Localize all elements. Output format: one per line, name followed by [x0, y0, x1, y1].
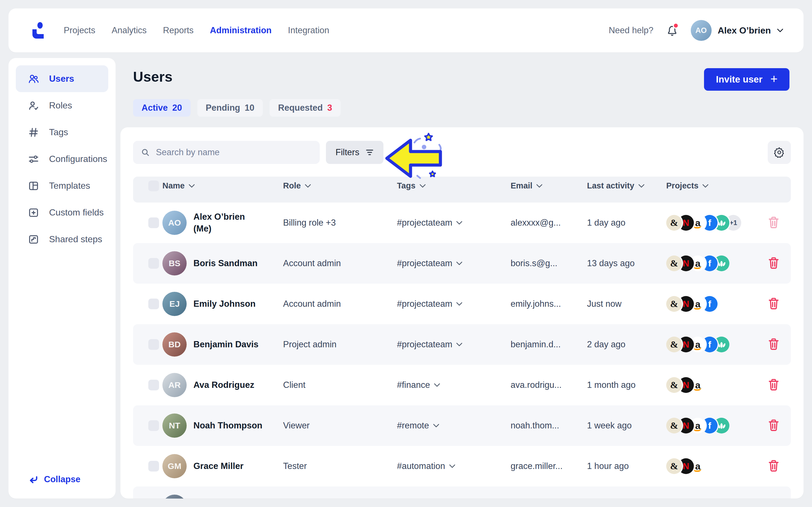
- sidebar-collapse-button[interactable]: Collapse: [28, 474, 80, 485]
- table-body: AO Alex O’brien(Me) Billing role +3 #pro…: [133, 203, 791, 499]
- filters-button[interactable]: Filters: [326, 141, 384, 164]
- ampersand-project-icon: &: [666, 458, 682, 474]
- column-header-role[interactable]: Role: [283, 181, 397, 190]
- tag-dropdown[interactable]: #finance: [397, 380, 511, 390]
- delete-user-button[interactable]: [768, 257, 779, 270]
- project-icons: &Naf: [666, 296, 753, 312]
- chevron-down-icon: [456, 302, 462, 306]
- row-checkbox[interactable]: [148, 461, 159, 471]
- chevron-down-icon: [449, 464, 455, 468]
- user-full-name: Benjamin Davis: [193, 339, 259, 350]
- table-row[interactable]: EJ Emily Johnson Account admin #projecta…: [133, 284, 791, 324]
- column-header-name[interactable]: Name: [162, 181, 283, 190]
- column-label: Projects: [666, 181, 698, 190]
- select-all-checkbox[interactable]: [148, 180, 159, 191]
- nav-analytics[interactable]: Analytics: [112, 25, 147, 36]
- tag-label: #automation: [397, 461, 445, 471]
- avatar: EJ: [162, 292, 187, 316]
- user-menu[interactable]: AO Alex O’brien: [691, 20, 783, 41]
- email-cell: noah.thom...: [511, 420, 587, 431]
- invite-user-button[interactable]: Invite user +: [704, 68, 790, 91]
- column-header-projects[interactable]: Projects: [666, 181, 753, 190]
- name-cell: GM Grace Miller: [162, 454, 283, 478]
- chevron-down-icon: [433, 424, 439, 428]
- row-checkbox[interactable]: [148, 298, 159, 309]
- row-checkbox[interactable]: [148, 420, 159, 431]
- delete-user-button[interactable]: [768, 378, 779, 392]
- user-name: Alex O’brien: [718, 25, 771, 36]
- column-header-last-activity[interactable]: Last activity: [587, 181, 666, 190]
- table-row[interactable]: NT Noah Thompson Viewer #remote noah.tho…: [133, 405, 791, 446]
- table-row[interactable]: BD Benjamin Davis Project admin #project…: [133, 324, 791, 365]
- chevron-down-icon: [456, 262, 462, 265]
- sidebar-item-roles[interactable]: Roles: [16, 92, 108, 119]
- amazon-smile: [694, 306, 702, 309]
- delete-user-button[interactable]: [768, 216, 779, 230]
- amazon-smile: [694, 387, 702, 391]
- tab-active[interactable]: Active 20: [133, 99, 191, 117]
- sidebar-item-custom-fields[interactable]: Custom fields: [16, 199, 108, 226]
- need-help-link[interactable]: Need help?: [609, 25, 654, 36]
- tag-dropdown[interactable]: #projectateam: [397, 258, 511, 269]
- table-settings-button[interactable]: [768, 141, 791, 164]
- tab-pending[interactable]: Pending 10: [197, 99, 263, 117]
- sidebar-item-shared-steps[interactable]: Shared steps: [16, 226, 108, 252]
- sidebar-item-label: Templates: [49, 180, 90, 191]
- user-status-tabs: Active 20 Pending 10 Requested 3: [133, 99, 341, 117]
- nav-administration[interactable]: Administration: [210, 25, 272, 36]
- nav-reports[interactable]: Reports: [163, 25, 194, 36]
- app-logo[interactable]: [29, 21, 47, 40]
- row-checkbox[interactable]: [148, 339, 159, 350]
- column-label: Role: [283, 181, 301, 190]
- column-header-tags[interactable]: Tags: [397, 181, 511, 190]
- table-row[interactable]: BS Boris Sandman Account admin #projecta…: [133, 243, 791, 284]
- template-icon: [28, 180, 40, 192]
- delete-user-button[interactable]: [768, 297, 779, 311]
- row-checkbox[interactable]: [148, 258, 159, 269]
- table-row[interactable]: AR Ava Rodriguez Client #finance ava.rod…: [133, 365, 791, 405]
- chevron-down-icon: [702, 184, 709, 188]
- name-cell: AO Alex O’brien(Me): [162, 211, 283, 235]
- delete-user-button[interactable]: [768, 338, 779, 351]
- sidebar-item-tags[interactable]: Tags: [16, 119, 108, 146]
- hash-icon: [28, 126, 40, 138]
- last-activity-cell: Just now: [587, 299, 666, 309]
- sidebar-item-users[interactable]: Users: [16, 65, 108, 92]
- table-row[interactable]: AO Alex O’brien(Me) Billing role +3 #pro…: [133, 203, 791, 243]
- tab-requested[interactable]: Requested 3: [269, 99, 341, 117]
- tag-dropdown[interactable]: #automation: [397, 461, 511, 471]
- tag-dropdown[interactable]: #remote: [397, 420, 511, 431]
- sidebar-item-configurations[interactable]: Configurations: [16, 146, 108, 172]
- delete-user-button[interactable]: [768, 419, 779, 433]
- table-row[interactable]: GM Grace Miller Tester #automation grace…: [133, 446, 791, 487]
- amazon-smile: [694, 468, 702, 472]
- search-box[interactable]: [133, 141, 320, 164]
- nav-projects[interactable]: Projects: [64, 25, 95, 36]
- table-row-partial[interactable]: [133, 487, 791, 499]
- column-header-email[interactable]: Email: [511, 181, 587, 190]
- name-cell: AR Ava Rodriguez: [162, 373, 283, 397]
- tag-dropdown[interactable]: #projectateam: [397, 299, 511, 309]
- role-cell: Billing role +3: [283, 218, 397, 228]
- name-cell: BD Benjamin Davis: [162, 332, 283, 356]
- name-cell: [162, 495, 283, 499]
- last-activity-cell: 1 week ago: [587, 420, 666, 431]
- tag-label: #projectateam: [397, 258, 452, 269]
- users-table-card: Filters Name Role: [120, 127, 804, 499]
- notifications-bell-icon[interactable]: [666, 24, 678, 37]
- search-input[interactable]: [156, 147, 312, 158]
- nav-integration[interactable]: Integration: [288, 25, 329, 36]
- roles-icon: [28, 100, 40, 112]
- avatar: BD: [162, 332, 187, 356]
- tag-dropdown[interactable]: #projectateam: [397, 339, 511, 349]
- last-activity-cell: 1 month ago: [587, 380, 666, 390]
- delete-user-button[interactable]: [768, 459, 779, 473]
- avatar: GM: [162, 454, 187, 478]
- table-header-row: Name Role Tags Email Last activity Proje…: [133, 177, 791, 203]
- sidebar-item-templates[interactable]: Templates: [16, 172, 108, 199]
- row-checkbox[interactable]: [148, 380, 159, 390]
- row-checkbox[interactable]: [148, 217, 159, 228]
- project-icons: &Naf: [666, 418, 753, 434]
- email-cell: alexxxx@g...: [511, 218, 587, 228]
- tag-dropdown[interactable]: #projectateam: [397, 218, 511, 228]
